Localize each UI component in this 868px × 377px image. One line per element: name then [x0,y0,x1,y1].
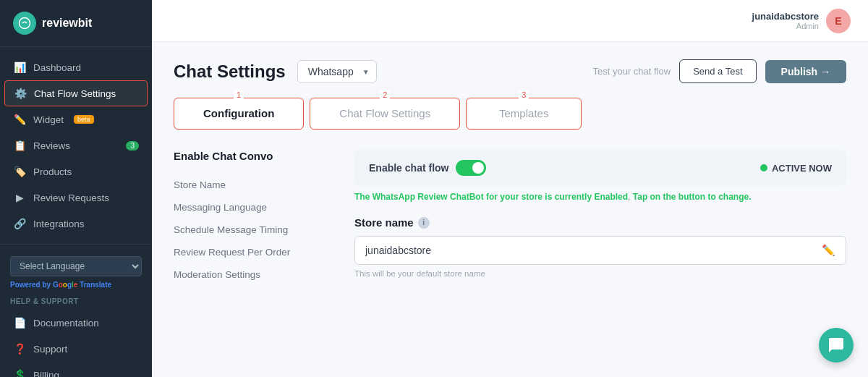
step-2[interactable]: 2 Chat Flow Settings [310,98,460,130]
step-3-label: Templates [499,107,548,119]
enable-toggle[interactable] [456,160,486,176]
step-3[interactable]: 3 Templates [466,98,582,130]
active-dot [760,164,767,171]
step-3-number: 3 [519,90,529,99]
sidebar: reviewbit 📊 Dashboard ⚙️ Chat Flow Setti… [0,0,152,377]
sidebar-item-billing[interactable]: 💲 Billing [0,362,152,377]
store-name-input[interactable] [365,245,822,256]
two-col-layout: Enable Chat Convo Store Name Messaging L… [174,150,846,286]
dashboard-label: Dashboard [33,62,81,73]
left-col: Enable Chat Convo Store Name Messaging L… [174,150,333,286]
info-icon[interactable]: i [418,217,430,229]
products-icon: 🏷️ [13,166,26,177]
reviews-badge: 3 [126,141,139,151]
store-name-section-title: Store name i [354,216,846,229]
help-section: HELP & SUPPORT [0,295,152,310]
send-test-button[interactable]: Send a Test [679,59,756,83]
user-info: junaidabcstore Admin E [752,9,851,33]
publish-button[interactable]: Publish → [765,60,846,83]
content-area: Chat Settings Whatsapp Facebook Instagra… [152,42,868,377]
logo-icon [13,12,36,35]
logo-text: reviewbit [42,17,92,30]
left-nav-messaging-language[interactable]: Messaging Language [174,196,333,219]
sidebar-item-reviews[interactable]: 📋 Reviews 3 [0,132,152,158]
sidebar-nav: 📊 Dashboard ⚙️ Chat Flow Settings ✏️ Wid… [0,47,152,244]
reviews-label: Reviews [33,140,70,151]
steps-bar: 1 Configuration 2 Chat Flow Settings 3 T… [174,98,846,130]
avatar: E [826,9,851,33]
sidebar-item-products[interactable]: 🏷️ Products [0,158,152,185]
left-nav-moderation-settings[interactable]: Moderation Settings [174,263,333,286]
chat-flow-settings-label: Chat Flow Settings [34,88,116,99]
page-header: Chat Settings Whatsapp Facebook Instagra… [174,59,846,83]
enable-label: Enable chat flow [369,160,486,176]
status-enabled: Enabled [594,192,628,202]
active-now: ACTIVE NOW [760,163,832,174]
sidebar-item-review-requests[interactable]: ▶ Review Requests [0,185,152,211]
products-label: Products [33,166,72,177]
step-1[interactable]: 1 Configuration [174,98,304,130]
language-select[interactable]: Select Language English Spanish [10,256,142,276]
store-name-input-wrap: ✏️ [354,236,846,265]
channel-select[interactable]: Whatsapp Facebook Instagram [297,60,377,83]
sidebar-item-chat-flow-settings[interactable]: ⚙️ Chat Flow Settings [4,80,148,106]
support-label: Support [33,344,67,355]
widget-beta-badge: beta [74,115,94,124]
documentation-icon: 📄 [13,317,26,329]
topbar: junaidabcstore Admin E [152,0,868,42]
widget-label: Widget [33,114,64,125]
settings-icon: ⚙️ [14,88,27,99]
active-now-label: ACTIVE NOW [772,163,832,174]
billing-icon: 💲 [13,369,26,377]
step-1-label: Configuration [203,107,274,119]
user-role: Admin [752,22,819,30]
review-requests-label: Review Requests [33,192,109,203]
status-suffix: Tap on the button to change. [633,192,752,202]
status-text: The WhatsApp Review ChatBot for your sto… [354,192,846,202]
page-title: Chat Settings [174,62,286,82]
reviews-icon: 📋 [13,140,26,151]
chat-bubble[interactable] [819,328,854,363]
documentation-label: Documentation [33,318,99,329]
header-actions: Test your chat flow Send a Test Publish … [592,59,846,83]
store-name-title-text: Store name [354,216,414,229]
store-name-hint: This will be your default store name [354,269,846,278]
review-requests-icon: ▶ [13,192,26,203]
logo-area: reviewbit [0,0,152,47]
sidebar-item-support[interactable]: ❓ Support [0,336,152,362]
channel-select-wrap: Whatsapp Facebook Instagram ▼ [297,60,377,83]
left-nav-schedule-message[interactable]: Schedule Message Timing [174,219,333,241]
sidebar-item-widget[interactable]: ✏️ Widget beta [0,106,152,132]
right-col: Enable chat flow ACTIVE NOW The WhatsApp… [354,150,846,286]
enable-label-text: Enable chat flow [369,162,448,174]
support-icon: ❓ [13,343,26,355]
widget-icon: ✏️ [13,114,26,125]
billing-label: Billing [33,370,59,378]
left-nav-review-request-per-order[interactable]: Review Request Per Order [174,241,333,263]
sidebar-item-integrations[interactable]: 🔗 Integrations [0,211,152,237]
enable-chat-card: Enable chat flow ACTIVE NOW [354,150,846,186]
step-1-number: 1 [234,90,244,99]
help-label: HELP & SUPPORT [10,297,142,305]
left-col-title: Enable Chat Convo [174,150,333,162]
integrations-label: Integrations [33,219,85,229]
username: junaidabcstore [752,11,819,22]
integrations-icon: 🔗 [13,218,26,229]
left-nav-store-name[interactable]: Store Name [174,174,333,196]
sidebar-item-dashboard[interactable]: 📊 Dashboard [0,54,152,80]
translate-text: Translate [80,281,111,289]
powered-by: Powered by Google Translate [0,279,152,295]
sidebar-item-documentation[interactable]: 📄 Documentation [0,310,152,336]
step-2-number: 2 [380,90,390,99]
status-prefix: The WhatsApp Review ChatBot for your sto… [354,192,592,202]
sidebar-bottom: Select Language English Spanish Powered … [0,244,152,377]
main-area: junaidabcstore Admin E Chat Settings Wha… [152,0,868,377]
user-details: junaidabcstore Admin [752,11,819,30]
svg-point-0 [20,18,30,29]
edit-icon[interactable]: ✏️ [822,244,835,257]
step-2-label: Chat Flow Settings [339,107,430,119]
dashboard-icon: 📊 [13,62,26,73]
test-label: Test your chat flow [592,66,671,77]
